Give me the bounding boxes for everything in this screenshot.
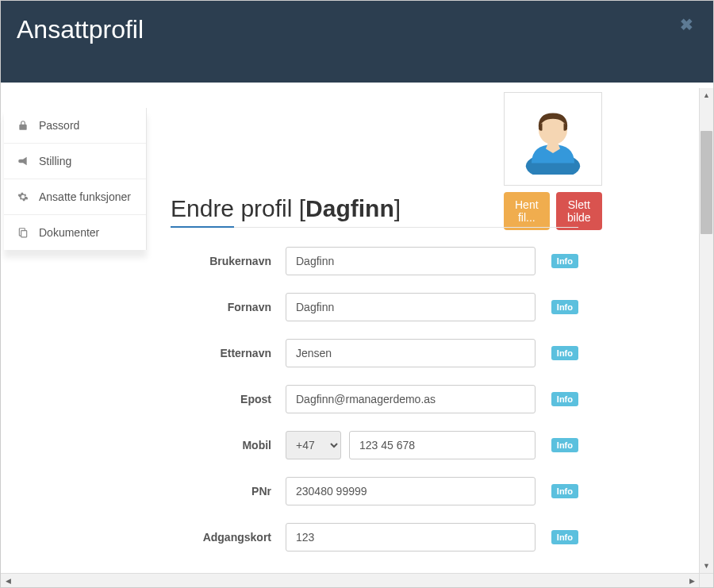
row-lastname: Etternavn Info — [171, 339, 578, 367]
info-button[interactable]: Info — [551, 438, 578, 452]
sidebar-item-stilling[interactable]: Stilling — [4, 144, 146, 179]
scroll-thumb[interactable] — [701, 131, 712, 234]
mobile-code-select[interactable]: +47 — [286, 431, 341, 459]
avatar — [504, 92, 602, 186]
main-content: Hent fil... Slett bilde Endre profil [Da… — [147, 83, 713, 567]
copy-icon — [13, 227, 33, 238]
sidebar-item-passord[interactable]: Passord — [4, 108, 146, 144]
scroll-up-icon[interactable]: ▲ — [700, 88, 713, 102]
pnr-field[interactable] — [286, 477, 536, 505]
label-firstname: Fornavn — [171, 301, 286, 313]
sidebar-item-label: Ansatte funksjoner — [39, 190, 131, 203]
row-username: Brukernavn Info — [171, 247, 578, 275]
username-field[interactable] — [286, 247, 536, 275]
sidebar-item-label: Passord — [39, 119, 79, 132]
sidebar-item-label: Stilling — [39, 155, 71, 167]
sidebar-item-funksjoner[interactable]: Ansatte funksjoner — [4, 179, 146, 215]
lastname-field[interactable] — [286, 339, 536, 367]
avatar-buttons: Hent fil... Slett bilde — [504, 192, 602, 230]
row-email: Epost Info — [171, 385, 578, 413]
title-prefix: Endre profil — [171, 195, 299, 221]
bullhorn-icon — [13, 156, 33, 167]
mobile-field[interactable] — [349, 431, 536, 459]
info-button[interactable]: Info — [551, 254, 578, 268]
email-field[interactable] — [286, 385, 536, 413]
svg-rect-0 — [21, 231, 27, 237]
horizontal-scrollbar[interactable]: ◀ ▶ — [1, 573, 699, 587]
vertical-scrollbar[interactable]: ▲ ▼ — [699, 88, 713, 573]
row-pnr: PNr Info — [171, 477, 578, 505]
scroll-down-icon[interactable]: ▼ — [700, 559, 713, 573]
avatar-block: Hent fil... Slett bilde — [504, 92, 602, 230]
info-button[interactable]: Info — [551, 300, 578, 314]
row-mobile: Mobil +47 Info — [171, 431, 578, 459]
info-button[interactable]: Info — [551, 346, 578, 360]
firstname-field[interactable] — [286, 293, 536, 321]
close-icon[interactable]: ✖ — [680, 15, 693, 34]
gear-icon — [13, 191, 33, 202]
row-accesscard: Adgangskort Info — [171, 523, 578, 551]
label-pnr: PNr — [171, 485, 286, 498]
profile-form: Brukernavn Info Fornavn Info Etterna — [171, 247, 578, 551]
row-firstname: Fornavn Info — [171, 293, 578, 321]
info-button[interactable]: Info — [551, 392, 578, 406]
page-title: Ansattprofil — [17, 15, 697, 44]
section-title: Endre profil [Dagfinn] — [171, 195, 689, 222]
profile-name: Dagfinn — [305, 195, 394, 221]
sidebar-item-label: Dokumenter — [39, 226, 99, 239]
label-username: Brukernavn — [171, 255, 286, 267]
label-lastname: Etternavn — [171, 347, 286, 359]
label-accesscard: Adgangskort — [171, 531, 286, 544]
get-file-button[interactable]: Hent fil... — [504, 192, 550, 230]
scroll-right-icon[interactable]: ▶ — [685, 574, 699, 588]
divider — [171, 227, 578, 228]
modal-body: Passord Stilling Ansatte funksjoner Doku… — [1, 83, 713, 567]
info-button[interactable]: Info — [551, 484, 578, 498]
lock-icon — [13, 120, 33, 131]
label-email: Epost — [171, 393, 286, 405]
scroll-left-icon[interactable]: ◀ — [1, 574, 15, 588]
scroll-corner — [699, 573, 713, 587]
accesscard-field[interactable] — [286, 523, 536, 551]
info-button[interactable]: Info — [551, 530, 578, 544]
delete-image-button[interactable]: Slett bilde — [556, 192, 602, 230]
sidebar: Passord Stilling Ansatte funksjoner Doku… — [4, 108, 147, 250]
sidebar-item-dokumenter[interactable]: Dokumenter — [4, 215, 146, 250]
modal-window: Ansattprofil ✖ Passord Stilling — [0, 0, 714, 588]
modal-header: Ansattprofil ✖ — [1, 1, 713, 83]
label-mobile: Mobil — [171, 439, 286, 452]
